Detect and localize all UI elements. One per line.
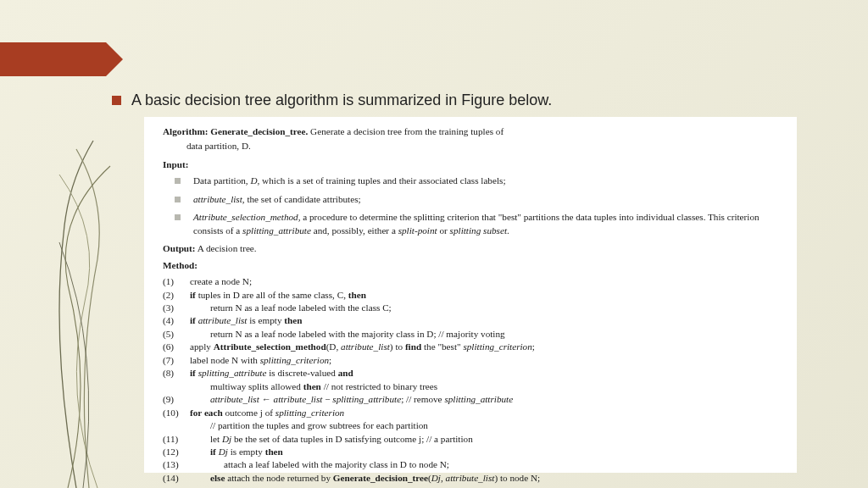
algorithm-title: Algorithm: Generate_decision_tree. Gener…: [163, 125, 778, 138]
input-item-1: Data partition, D, which is a set of tra…: [175, 175, 778, 187]
algorithm-name: Algorithm: Generate_decision_tree.: [163, 126, 308, 136]
algorithm-box: Algorithm: Generate_decision_tree. Gener…: [144, 117, 797, 473]
decorative-stems: [17, 132, 153, 488]
output-line: Output: A decision tree.: [163, 242, 778, 255]
method-heading: Method:: [163, 259, 778, 272]
intro-text: A basic decision tree algorithm is summa…: [131, 92, 552, 109]
algorithm-desc-2: data partition, D.: [186, 140, 778, 152]
input-item-2: attribute_list, the set of candidate att…: [175, 193, 778, 206]
bullet-icon: [112, 96, 121, 105]
input-heading: Input:: [163, 158, 778, 171]
input-list: Data partition, D, which is a set of tra…: [175, 175, 778, 237]
method-steps: (1)create a node N; (2)if tuples in D ar…: [163, 275, 778, 488]
accent-arrow: [0, 42, 106, 76]
input-item-3: Attribute_selection_method, a procedure …: [175, 211, 778, 237]
intro-bullet-row: A basic decision tree algorithm is summa…: [112, 92, 552, 109]
algorithm-desc-1: Generate a decision tree from the traini…: [308, 126, 504, 136]
